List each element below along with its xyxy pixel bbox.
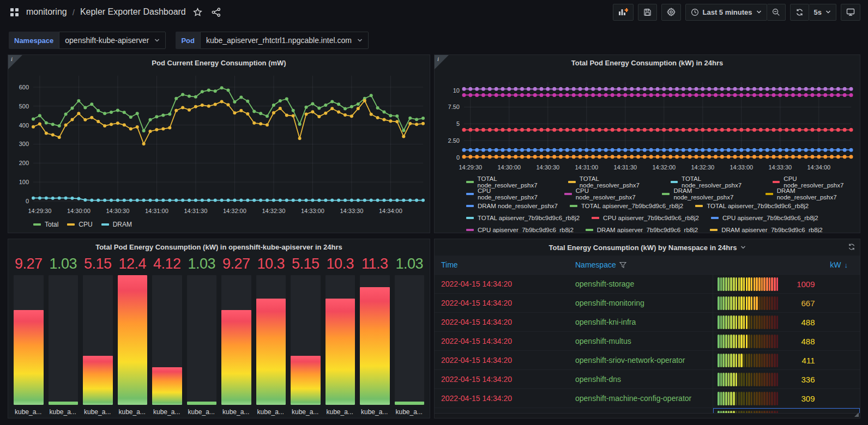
- template-variables: Namespace openshift-kube-apiserver Pod k…: [9, 32, 369, 49]
- legend-item[interactable]: TOTAL node_resolver_pshx7: [568, 175, 658, 189]
- chevron-down-icon: [740, 245, 746, 250]
- column-header-kw[interactable]: kW ↓: [713, 260, 860, 269]
- lcd-segment: [725, 373, 727, 386]
- legend-item[interactable]: CPU node_resolver_pshx7: [466, 187, 552, 201]
- legend-swatch: [466, 217, 474, 219]
- bar-gauge-column[interactable]: 10.3kube_a...: [326, 256, 355, 416]
- legend-item[interactable]: CPU apiserver_7b9bc9d9c6_rb8j2: [592, 215, 699, 221]
- panel-refresh-icon[interactable]: [848, 243, 855, 251]
- panel-title[interactable]: Total Pod Energy Consumption (kW) in 24h…: [435, 55, 860, 70]
- bar-x-label: kube_a...: [83, 405, 113, 416]
- lcd-segment: [728, 296, 730, 310]
- bar-gauge-column[interactable]: 12.4kube_a...: [118, 256, 148, 416]
- lcd-segment: [740, 315, 743, 329]
- lcd-segment: [730, 296, 732, 310]
- lcd-segment: [728, 315, 730, 329]
- lcd-segment: [776, 392, 779, 405]
- lcd-segment: [738, 315, 740, 329]
- lcd-segment: [720, 277, 722, 291]
- legend-item-DRAM[interactable]: DRAM: [101, 221, 132, 228]
- cell-time: 2022-04-15 14:34:20: [435, 280, 575, 288]
- bar-gauge-column[interactable]: 9.27kube_a...: [14, 256, 44, 416]
- column-header-namespace[interactable]: Namespace: [575, 260, 713, 269]
- bar-fill: [152, 367, 182, 405]
- lcd-segment: [756, 354, 758, 367]
- legend-item[interactable]: TOTAL apiserver_7b9bc9d9c6_rb8j2: [570, 203, 683, 209]
- legend-item[interactable]: DRAM node_resolver_pshx7: [765, 187, 857, 201]
- bar-gauge-column[interactable]: 1.03kube_a...: [49, 256, 79, 416]
- bar-gauge-column[interactable]: 5.15kube_a...: [83, 256, 113, 416]
- cell-time: 2022-04-15 14:34:20: [435, 375, 575, 384]
- cell-namespace: openshift-storage: [575, 280, 713, 288]
- legend-item[interactable]: TOTAL node_resolver_pshx7: [671, 175, 761, 189]
- legend-item[interactable]: DRAM node_resolver_pshx7: [466, 203, 558, 209]
- cell-kw: 411: [713, 351, 860, 369]
- lcd-segment: [736, 315, 738, 329]
- legend-item[interactable]: TOTAL node_resolver_pshx7: [466, 175, 556, 189]
- lcd-segment: [743, 373, 745, 386]
- lcd-segment: [733, 296, 735, 310]
- legend-item[interactable]: DRAM apiserver_7b9bc9d9c6_rb8j2: [586, 227, 698, 233]
- refresh-dashboard-button[interactable]: [790, 4, 809, 21]
- x-axis-tick: 14:30:00: [67, 208, 91, 214]
- column-header-time[interactable]: Time: [435, 260, 575, 269]
- x-axis-tick: 14:32:00: [223, 208, 246, 214]
- legend-item-Total[interactable]: Total: [33, 221, 58, 228]
- page-title[interactable]: Kepler Exporter Dashboard: [80, 7, 186, 17]
- panel-title[interactable]: Total Energy Consumption (kW) by Namespa…: [435, 239, 860, 256]
- legend-item[interactable]: DRAM apiserver_7b9bc9d9c6_rb8j2: [710, 227, 822, 233]
- legend-item-CPU[interactable]: CPU: [67, 221, 92, 228]
- legend-item[interactable]: CPU node_resolver_pshx7: [564, 187, 650, 201]
- legend-item[interactable]: CPU apiserver_7b9bc9d9c6_rb8j2: [711, 215, 818, 221]
- bar-gauge-column[interactable]: 5.15kube_a...: [291, 256, 321, 416]
- legend-item[interactable]: DRAM node_resolver_pshx7: [662, 187, 753, 201]
- legend-item[interactable]: CPU apiserver_7b9bc9d9c6_rb8j2: [466, 227, 574, 233]
- bar-gauge-column[interactable]: 1.03kube_a...: [187, 256, 217, 416]
- bar-fill: [118, 275, 148, 405]
- legend-label: CPU node_resolver_pshx7: [576, 187, 650, 201]
- x-axis-tick: 14:31:00: [575, 164, 598, 171]
- kiosk-mode-button[interactable]: [841, 4, 860, 21]
- bar-gauge-column[interactable]: 9.27kube_a...: [221, 256, 251, 416]
- pod-variable-select[interactable]: kube_apiserver_rhtctrl1.npgcable.intel.c…: [200, 32, 369, 49]
- bar-gauge-column[interactable]: 10.3kube_a...: [256, 256, 286, 416]
- lcd-segment: [769, 373, 771, 386]
- legend-item[interactable]: TOTAL apiserver_7b9bc9d9c6_rb8j2: [466, 215, 580, 221]
- namespace-variable-select[interactable]: openshift-kube-apiserver: [59, 32, 166, 49]
- line-chart: 010020030040050060014:29:3014:30:0014:30…: [8, 70, 430, 232]
- bar-gauge-column[interactable]: 1.03kube_a...: [395, 256, 425, 416]
- save-dashboard-button[interactable]: [638, 4, 657, 21]
- bar-gauge-column[interactable]: 11.3kube_a...: [360, 256, 390, 416]
- variable-pod: Pod kube_apiserver_rhtctrl1.npgcable.int…: [176, 32, 369, 49]
- table-row: 2022-04-15 14:34:20openshift-storage1009: [435, 274, 860, 293]
- x-axis-tick: 14:31:30: [613, 164, 637, 171]
- lcd-segment: [718, 373, 720, 386]
- add-panel-button[interactable]: [613, 4, 634, 21]
- zoom-out-button[interactable]: [767, 4, 786, 21]
- pod-variable-value: kube_apiserver_rhtctrl1.npgcable.intel.c…: [206, 36, 352, 45]
- lcd-segment: [743, 296, 745, 310]
- lcd-segment: [718, 335, 720, 348]
- legend-label: TOTAL apiserver_7b9bc9d9c6_rb8j2: [478, 215, 580, 221]
- chevron-down-icon: [154, 38, 160, 42]
- lcd-segment: [758, 392, 761, 405]
- time-range-picker[interactable]: Last 5 minutes: [685, 4, 767, 21]
- star-icon[interactable]: [191, 5, 204, 19]
- x-axis-tick: 14:31:30: [184, 208, 208, 214]
- clock-icon: [691, 8, 699, 16]
- panel-resize-handle[interactable]: [854, 412, 859, 417]
- dashboard-settings-button[interactable]: [661, 4, 681, 21]
- lcd-segment: [774, 296, 776, 310]
- share-icon[interactable]: [210, 5, 223, 19]
- lcd-segment: [776, 277, 779, 291]
- refresh-interval-picker[interactable]: 5s: [809, 4, 836, 21]
- cell-kw-value: 667: [787, 299, 815, 308]
- panel-title[interactable]: Total Pod Energy Consumption (kW) in ope…: [8, 239, 430, 254]
- panel-title[interactable]: Pod Current Energy Consumption (mW): [8, 55, 430, 70]
- apps-grid-icon[interactable]: [8, 5, 21, 19]
- bar-gauge-column[interactable]: 4.12kube_a...: [152, 256, 182, 416]
- legend-item[interactable]: CPU node_resolver_pshx7: [773, 175, 857, 189]
- legend-item[interactable]: TOTAL apiserver_7b9bc9d9c6_rb8j2: [695, 203, 809, 209]
- lcd-segment: [751, 354, 753, 367]
- breadcrumb-section[interactable]: monitoring: [26, 7, 67, 17]
